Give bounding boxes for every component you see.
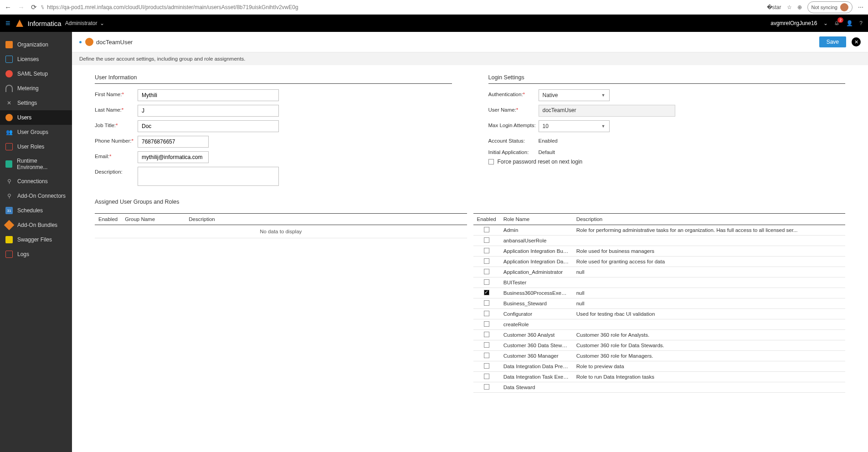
profile-pill[interactable]: Not syncing [807, 1, 853, 13]
forward-icon[interactable]: → [18, 3, 25, 11]
role-desc-cell: Customer 360 role for Managers. [573, 351, 845, 361]
table-row: Application Integration Data Vie...Role … [473, 257, 846, 267]
description-input[interactable] [138, 167, 279, 186]
role-name-cell: Admin [500, 225, 573, 236]
save-button[interactable]: Save [819, 36, 846, 47]
users-icon [5, 114, 13, 121]
sidebar-item-runtime-environme-[interactable]: Runtime Environme... [0, 154, 72, 174]
roles-col-name[interactable]: Role Name [500, 214, 573, 225]
sidebar-item-label: Licenses [17, 56, 39, 62]
help-icon[interactable]: ? [859, 20, 863, 26]
role-name-cell: Configurator [500, 309, 573, 319]
groups-icon: 👥 [5, 128, 13, 136]
role-enabled-checkbox[interactable] [484, 279, 489, 285]
force-reset-checkbox[interactable] [488, 159, 494, 164]
table-row: Business_Stewardnull [473, 298, 846, 309]
job-title-label: Job Title:* [95, 120, 138, 128]
role-enabled-checkbox[interactable] [484, 300, 489, 306]
role-enabled-checkbox[interactable] [484, 237, 489, 243]
settings-icon: ✕ [5, 99, 13, 107]
more-icon[interactable]: ⋯ [858, 4, 863, 10]
sidebar-item-metering[interactable]: Metering [0, 81, 72, 96]
role-name-cell: Customer 360 Data Steward [500, 340, 573, 351]
url-text[interactable]: https://qa-pod1.mrel.infaqa.com/cloudUI/… [47, 4, 298, 10]
sidebar-item-label: User Groups [17, 129, 48, 135]
sidebar-item-settings[interactable]: ✕Settings [0, 96, 72, 110]
module-chevron-icon[interactable]: ⌄ [100, 20, 104, 26]
role-enabled-checkbox[interactable] [484, 384, 489, 390]
sidebar-item-swagger-files[interactable]: Swagger Files [0, 232, 72, 247]
role-name-cell: Customer 360 Analyst [500, 330, 573, 340]
table-row: BUITester [473, 277, 846, 288]
role-enabled-checkbox[interactable] [484, 311, 489, 316]
role-enabled-checkbox[interactable] [484, 321, 489, 327]
phone-label: Phone Number:* [95, 136, 138, 144]
sidebar-item-users[interactable]: Users [0, 110, 72, 125]
sidebar-item-schedules[interactable]: 31Schedules [0, 203, 72, 218]
back-icon[interactable]: ← [5, 3, 11, 11]
table-row: Application Integration Business ...Role… [473, 246, 846, 257]
sidebar: OrganizationLicensesSAML SetupMetering✕S… [0, 32, 72, 452]
groups-col-name[interactable]: Group Name [121, 214, 185, 225]
role-desc-cell: Used for testing rbac UI validation [573, 309, 845, 319]
sidebar-item-licenses[interactable]: Licenses [0, 52, 72, 67]
email-input[interactable] [138, 151, 209, 163]
first-name-label: First Name:* [95, 89, 138, 97]
lock-icon[interactable]: ⳹ [41, 4, 44, 10]
role-enabled-checkbox[interactable] [484, 227, 489, 232]
org-label[interactable]: avgmrelOrgJune16 [770, 20, 817, 26]
addon-icon: ⚲ [5, 192, 13, 200]
read-aloud-icon[interactable]: �star [767, 4, 781, 10]
roles-col-enabled[interactable]: Enabled [473, 214, 500, 225]
role-name-cell: anbansalUserRole [500, 236, 573, 246]
role-enabled-checkbox[interactable] [484, 363, 489, 369]
sidebar-item-label: User Roles [17, 144, 44, 150]
initialapp-value: Default [539, 147, 555, 155]
roles-col-desc[interactable]: Description [573, 214, 845, 225]
favorite-icon[interactable]: ☆ [787, 4, 792, 10]
role-name-cell: Application_Administrator [500, 267, 573, 277]
user-icon[interactable]: 👤 [846, 20, 853, 26]
sidebar-item-add-on-connectors[interactable]: ⚲Add-On Connectors [0, 189, 72, 203]
role-enabled-checkbox[interactable] [484, 248, 489, 253]
notifications-button[interactable]: 🕭 2 [834, 20, 840, 26]
role-desc-cell: Role used for business managers [573, 246, 845, 257]
groups-col-desc[interactable]: Description [185, 214, 467, 225]
saml-icon [5, 70, 13, 77]
role-name-cell: Data Integration Task Executor [500, 372, 573, 382]
unsaved-indicator [79, 41, 82, 43]
status-value: Enabled [539, 136, 558, 144]
logo-icon [15, 19, 24, 28]
auth-select[interactable]: Native ▼ [539, 89, 610, 101]
role-enabled-checkbox[interactable] [484, 374, 489, 379]
description-label: Description: [95, 167, 138, 175]
sidebar-item-logs[interactable]: Logs [0, 247, 72, 262]
role-enabled-checkbox[interactable] [484, 258, 489, 264]
org-chevron-icon[interactable]: ⌄ [823, 20, 828, 26]
app-header: ≡ Informatica Administrator ⌄ avgmrelOrg… [0, 15, 868, 32]
hamburger-icon[interactable]: ≡ [5, 19, 10, 28]
brand-label: Informatica [28, 20, 62, 27]
job-title-input[interactable] [138, 120, 279, 132]
role-enabled-checkbox[interactable] [484, 332, 489, 337]
role-enabled-checkbox[interactable] [484, 342, 489, 348]
maxlogin-select[interactable]: 10 ▼ [539, 120, 610, 132]
sidebar-item-add-on-bundles[interactable]: Add-On Bundles [0, 218, 72, 232]
sidebar-item-user-roles[interactable]: User Roles [0, 139, 72, 154]
sidebar-item-saml-setup[interactable]: SAML Setup [0, 67, 72, 81]
sidebar-item-user-groups[interactable]: 👥User Groups [0, 125, 72, 139]
groups-col-enabled[interactable]: Enabled [95, 214, 121, 225]
role-enabled-checkbox[interactable] [484, 353, 489, 358]
role-enabled-checkbox[interactable] [484, 290, 489, 295]
close-button[interactable]: ✕ [852, 37, 861, 46]
role-enabled-checkbox[interactable] [484, 269, 489, 274]
collections-icon[interactable]: ⊕ [797, 4, 802, 10]
sidebar-item-label: Settings [17, 100, 37, 106]
refresh-icon[interactable]: ⟳ [31, 3, 37, 11]
sidebar-item-organization[interactable]: Organization [0, 37, 72, 52]
table-row: AdminRole for performing administrative … [473, 225, 846, 236]
sidebar-item-connections[interactable]: ⚲Connections [0, 174, 72, 189]
first-name-input[interactable] [138, 89, 279, 101]
phone-input[interactable] [138, 136, 209, 148]
last-name-input[interactable] [138, 105, 279, 117]
